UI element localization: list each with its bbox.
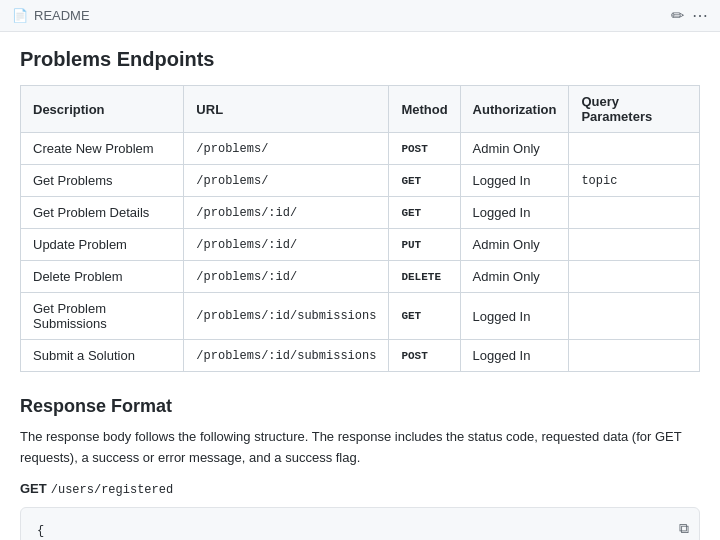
cell-query-params: topic: [569, 165, 700, 197]
code-content: { "status": 200, "data": { "username": "…: [37, 522, 683, 540]
table-row: Delete Problem/problems/:id/DELETEAdmin …: [21, 261, 700, 293]
cell-description: Update Problem: [21, 229, 184, 261]
response-description: The response body follows the following …: [20, 427, 700, 469]
options-icon[interactable]: ⋯: [692, 6, 708, 25]
example-path: /users/registered: [51, 483, 173, 497]
table-row: Submit a Solution/problems/:id/submissio…: [21, 340, 700, 372]
col-url: URL: [184, 86, 389, 133]
cell-url: /problems/:id/submissions: [184, 293, 389, 340]
cell-authorization: Logged In: [460, 165, 569, 197]
col-authorization: Authorization: [460, 86, 569, 133]
cell-authorization: Logged In: [460, 197, 569, 229]
col-query-params: Query Parameters: [569, 86, 700, 133]
filename: README: [34, 8, 90, 23]
table-row: Get Problems/problems/GETLogged Intopic: [21, 165, 700, 197]
cell-description: Get Problem Submissions: [21, 293, 184, 340]
response-section-title: Response Format: [20, 396, 700, 417]
cell-query-params: [569, 261, 700, 293]
cell-method: GET: [389, 165, 460, 197]
example-method: GET: [20, 481, 47, 496]
top-bar: 📄 README ✏ ⋯: [0, 0, 720, 32]
cell-authorization: Admin Only: [460, 261, 569, 293]
cell-description: Create New Problem: [21, 133, 184, 165]
main-content: Problems Endpoints Description URL Metho…: [0, 32, 720, 540]
cell-authorization: Logged In: [460, 340, 569, 372]
cell-url: /problems/:id/: [184, 261, 389, 293]
cell-description: Submit a Solution: [21, 340, 184, 372]
cell-url: /problems/: [184, 165, 389, 197]
edit-icon[interactable]: ✏: [671, 6, 684, 25]
table-row: Get Problem Submissions/problems/:id/sub…: [21, 293, 700, 340]
code-line: {: [37, 522, 683, 540]
toolbar-icons: ✏ ⋯: [671, 6, 708, 25]
cell-authorization: Admin Only: [460, 133, 569, 165]
cell-authorization: Admin Only: [460, 229, 569, 261]
problems-table: Description URL Method Authorization Que…: [20, 85, 700, 372]
cell-method: POST: [389, 340, 460, 372]
copy-icon[interactable]: ⧉: [679, 518, 689, 540]
cell-method: GET: [389, 197, 460, 229]
cell-query-params: [569, 340, 700, 372]
example-endpoint-line: GET/users/registered: [20, 481, 700, 497]
cell-method: POST: [389, 133, 460, 165]
cell-method: PUT: [389, 229, 460, 261]
cell-method: DELETE: [389, 261, 460, 293]
cell-description: Delete Problem: [21, 261, 184, 293]
col-description: Description: [21, 86, 184, 133]
table-header-row: Description URL Method Authorization Que…: [21, 86, 700, 133]
table-row: Create New Problem/problems/POSTAdmin On…: [21, 133, 700, 165]
cell-url: /problems/:id/: [184, 197, 389, 229]
cell-method: GET: [389, 293, 460, 340]
cell-authorization: Logged In: [460, 293, 569, 340]
cell-description: Get Problem Details: [21, 197, 184, 229]
problems-section-title: Problems Endpoints: [20, 48, 700, 71]
table-row: Update Problem/problems/:id/PUTAdmin Onl…: [21, 229, 700, 261]
cell-url: /problems/:id/: [184, 229, 389, 261]
col-method: Method: [389, 86, 460, 133]
file-icon: 📄: [12, 8, 28, 23]
cell-url: /problems/: [184, 133, 389, 165]
cell-query-params: [569, 197, 700, 229]
cell-description: Get Problems: [21, 165, 184, 197]
cell-query-params: [569, 133, 700, 165]
table-row: Get Problem Details/problems/:id/GETLogg…: [21, 197, 700, 229]
cell-query-params: [569, 293, 700, 340]
cell-url: /problems/:id/submissions: [184, 340, 389, 372]
cell-query-params: [569, 229, 700, 261]
code-block: ⧉ { "status": 200, "data": { "username":…: [20, 507, 700, 540]
file-label: 📄 README: [12, 8, 90, 23]
